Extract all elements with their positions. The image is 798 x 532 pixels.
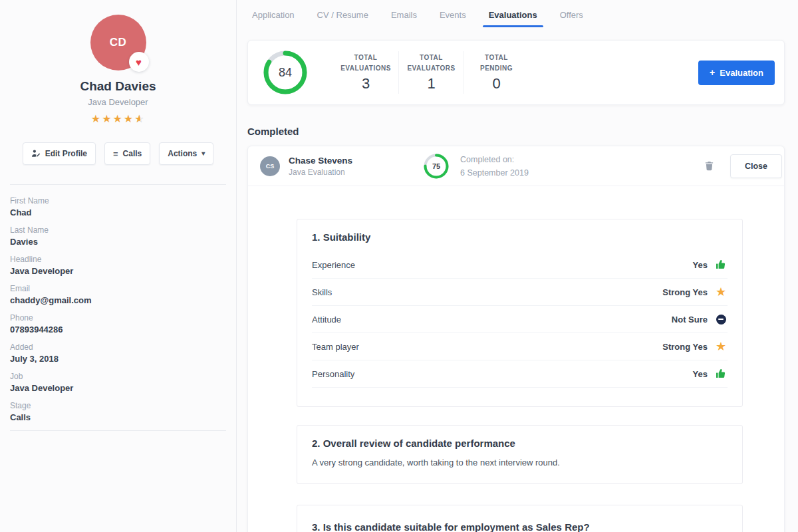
chevron-down-icon: ▾ [201,150,205,157]
overall-score-ring: 84 [263,50,308,95]
star-icon: ★ [102,113,112,124]
evaluator-avatar: CS [260,156,280,176]
stat-value: 0 [468,75,525,92]
question-section-overall-review: 2. Overall review of candidate performan… [297,425,743,484]
candidate-avatar-wrap: CD ♥ [90,15,146,70]
evaluation-score-ring: 75 [423,153,450,180]
evaluator-info: Chase Stevens Java Evaluation [289,156,408,177]
field-label: First Name [10,196,226,205]
question-title: 3. Is this candidate suitable for employ… [312,521,728,532]
field-stage: Stage Calls [10,401,226,422]
tab-cv-resume[interactable]: CV / Resume [306,0,380,30]
field-headline: Headline Java Developer [10,255,226,276]
profile-actions-row: Edit Profile ≡ Calls Actions ▾ [0,142,236,165]
add-evaluation-label: Evaluation [720,68,763,78]
question-title: 2. Overall review of candidate performan… [312,438,728,449]
minus-circle-icon [714,315,728,325]
edit-profile-label: Edit Profile [45,149,87,158]
suitability-row-team-player: Team player Strong Yes ★ [312,333,728,360]
completed-section-heading: Completed [247,126,785,137]
field-value: 07893944286 [10,325,226,334]
question-answer-text: A very strong candidate, worth taking to… [312,458,728,483]
candidate-headline: Java Developer [0,97,236,107]
profile-tabs: Application CV / Resume Emails Events Ev… [241,0,785,30]
evaluation-header: CS Chase Stevens Java Evaluation 75 Comp… [248,146,784,186]
stat-label: TOTAL PENDING [468,53,525,73]
field-last-name: Last Name Davies [10,225,226,247]
row-label: Attitude [312,315,341,325]
completed-on-date: 6 September 2019 [460,166,529,180]
stat-total-evaluators: TOTAL EVALUATORS 1 [398,51,464,94]
field-email: Email chaddy@gmail.com [10,284,226,305]
candidate-sidebar: CD ♥ Chad Davies Java Developer ★★★★☆★ E… [0,0,237,532]
star-icon: ★ [714,340,728,352]
row-value: Not Sure [672,315,708,325]
stat-total-evaluations: TOTAL EVALUATIONS 3 [333,51,398,94]
thumbs-up-icon [714,259,728,270]
tab-emails[interactable]: Emails [380,0,428,30]
field-label: Last Name [10,225,226,235]
close-evaluation-button[interactable]: Close [730,154,782,178]
suitability-row-experience: Experience Yes [312,251,728,279]
field-job: Job Java Developer [10,372,226,393]
star-icon: ★ [124,113,134,124]
completed-on: Completed on: 6 September 2019 [460,153,529,180]
completed-evaluation-card: CS Chase Stevens Java Evaluation 75 Comp… [247,146,785,532]
field-value: Davies [10,237,226,247]
tab-offers[interactable]: Offers [549,0,595,30]
field-label: Added [10,342,226,352]
half-star-icon: ☆★ [134,112,145,125]
add-evaluation-button[interactable]: + Evaluation [698,61,775,85]
field-value: July 3, 2018 [10,354,226,364]
field-phone: Phone 07893944286 [10,313,226,334]
suitability-row-personality: Personality Yes [312,360,728,388]
row-value: Yes [693,260,708,270]
question-section-suitability: 1. Suitability Experience Yes Skills Str… [297,219,743,407]
field-label: Phone [10,313,226,323]
candidate-name: Chad Davies [0,79,236,94]
favorite-badge[interactable]: ♥ [129,52,149,72]
rating-stars[interactable]: ★★★★☆★ [0,112,236,125]
field-value: chaddy@gmail.com [10,295,226,305]
tab-events[interactable]: Events [428,0,477,30]
stat-total-pending: TOTAL PENDING 0 [464,51,529,94]
thumbs-up-icon [714,368,728,379]
star-icon: ★ [714,286,728,298]
evaluations-summary-card: 84 TOTAL EVALUATIONS 3 TOTAL EVALUATORS … [247,40,785,105]
field-value: Chad [10,207,226,217]
evaluation-score-value: 75 [423,153,450,180]
suitability-row-attitude: Attitude Not Sure [312,306,728,333]
stat-value: 1 [403,75,460,92]
evaluator-name: Chase Stevens [289,156,408,166]
evaluation-name: Java Evaluation [289,168,408,177]
actions-label: Actions [168,149,197,158]
suitability-rows: Experience Yes Skills Strong Yes ★ [312,251,728,388]
tab-evaluations[interactable]: Evaluations [477,0,549,30]
row-value: Strong Yes [662,342,708,352]
tab-application[interactable]: Application [241,0,306,30]
row-label: Team player [312,342,359,352]
edit-profile-button[interactable]: Edit Profile [23,142,96,165]
list-icon: ≡ [113,150,118,158]
calls-label: Calls [123,149,142,158]
stat-value: 3 [337,75,394,92]
actions-button[interactable]: Actions ▾ [159,142,213,165]
row-value: Strong Yes [662,287,708,297]
delete-evaluation-button[interactable] [702,158,717,174]
field-label: Email [10,284,226,293]
field-label: Headline [10,255,226,264]
row-label: Experience [312,260,355,270]
suitability-row-skills: Skills Strong Yes ★ [312,279,728,306]
sidebar-divider [10,430,226,431]
calls-button[interactable]: ≡ Calls [104,142,150,165]
question-section-sales-rep: 3. Is this candidate suitable for employ… [297,505,743,532]
field-value: Java Developer [10,383,226,393]
trash-icon [704,161,714,172]
field-label: Job [10,372,226,381]
row-label: Skills [312,287,332,297]
field-added: Added July 3, 2018 [10,342,226,364]
field-value: Java Developer [10,266,226,276]
overall-score-value: 84 [263,50,308,95]
completed-on-label: Completed on: [460,153,529,166]
heart-icon: ♥ [136,57,142,67]
